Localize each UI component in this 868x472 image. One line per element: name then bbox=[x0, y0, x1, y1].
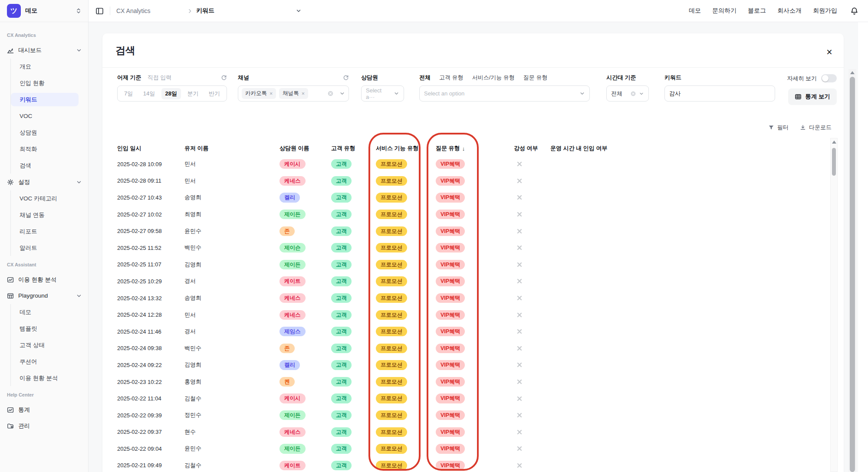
breadcrumb: CX Analytics 키워드 bbox=[116, 7, 302, 15]
stats-view-button[interactable]: 통계 보기 bbox=[788, 88, 837, 105]
table-scrollbar[interactable] bbox=[830, 138, 838, 472]
column-header[interactable]: 서비스 기능 유형 bbox=[376, 144, 436, 152]
column-header[interactable]: 강성 여부 bbox=[514, 144, 550, 152]
sidebar-item-설정[interactable]: 설정 bbox=[7, 174, 84, 190]
table-row[interactable]: 2025-02-27 10:02최영희제이든고객프로모션VIP혜택 bbox=[117, 206, 659, 223]
category-tab-고객 유형[interactable]: 고객 유형 bbox=[439, 74, 464, 82]
column-header[interactable]: 인입 일시 bbox=[117, 144, 184, 152]
detail-toggle[interactable] bbox=[821, 74, 837, 82]
category-tab-서비스/기능 유형[interactable]: 서비스/기능 유형 bbox=[472, 74, 515, 82]
topbar-link-데모[interactable]: 데모 bbox=[689, 7, 701, 15]
table-row[interactable]: 2025-02-22 09:39정민수제이든고객프로모션VIP혜택 bbox=[117, 407, 659, 424]
date-range-option[interactable]: 14일 bbox=[139, 88, 159, 99]
table-row[interactable]: 2025-02-21 09:49김철수케이트고객프로모션VIP혜택 bbox=[117, 457, 659, 472]
bell-icon[interactable] bbox=[850, 7, 858, 15]
table-row[interactable]: 2025-02-24 11:46경서제임스고객프로모션VIP혜택 bbox=[117, 323, 659, 340]
topbar-link-문의하기[interactable]: 문의하기 bbox=[712, 7, 736, 15]
sidebar-item-VOC[interactable]: VOC bbox=[11, 108, 82, 124]
sidebar-item-쿠션어[interactable]: 쿠션어 bbox=[11, 354, 82, 370]
table-row[interactable]: 2025-02-24 09:38백민수존고객프로모션VIP혜택 bbox=[117, 340, 659, 357]
topbar-link-블로그[interactable]: 블로그 bbox=[748, 7, 766, 15]
sidebar-item-키워드[interactable]: 키워드 bbox=[11, 93, 79, 106]
remove-tag-icon[interactable]: × bbox=[270, 91, 273, 97]
remove-tag-icon[interactable]: × bbox=[302, 91, 305, 97]
scrollbar-thumb[interactable] bbox=[850, 77, 855, 472]
cell-datetime: 2025-02-27 10:43 bbox=[117, 194, 184, 201]
close-icon[interactable]: × bbox=[823, 46, 836, 59]
sidebar-item-최적화[interactable]: 최적화 bbox=[11, 141, 82, 157]
table-row[interactable]: 2025-02-25 10:29경서케이트고객프로모션VIP혜택 bbox=[117, 273, 659, 290]
download-button[interactable]: 다운로드 bbox=[800, 124, 832, 131]
sidebar-item-VOC 카테고리[interactable]: VOC 카테고리 bbox=[11, 190, 82, 206]
sidebar-item-Playground[interactable]: Playground bbox=[7, 288, 84, 304]
table-row[interactable]: 2025-02-28 09:11민서케네스고객프로모션VIP혜택 bbox=[117, 173, 659, 190]
badge: 케네스 bbox=[279, 427, 306, 437]
column-header[interactable]: 고객 유형 bbox=[331, 144, 376, 152]
agent-select[interactable]: Select a··· bbox=[361, 85, 404, 102]
badge: VIP혜택 bbox=[436, 461, 465, 470]
sidebar-item-고객 상태[interactable]: 고객 상태 bbox=[11, 337, 82, 353]
clear-circle-icon[interactable] bbox=[630, 91, 636, 97]
sidebar-toggle-icon[interactable] bbox=[95, 7, 104, 15]
sidebar-item-리포트[interactable]: 리포트 bbox=[11, 223, 82, 239]
updown-chevron-icon[interactable] bbox=[75, 7, 82, 14]
timezone-select[interactable]: 전체 bbox=[606, 85, 649, 102]
table-row[interactable]: 2025-02-24 13:32송영희케네스고객프로모션VIP혜택 bbox=[117, 290, 659, 307]
page-scrollbar[interactable] bbox=[848, 69, 856, 472]
topbar-link-회원가입[interactable]: 회원가입 bbox=[813, 7, 837, 15]
column-header[interactable]: 상담원 이름 bbox=[279, 144, 331, 152]
refresh-icon[interactable] bbox=[343, 75, 349, 81]
chevron-down-icon[interactable] bbox=[339, 91, 345, 96]
table-row[interactable]: 2025-02-28 10:09민서케이시고객프로모션VIP혜택 bbox=[117, 156, 659, 173]
table-row[interactable]: 2025-02-22 11:04김철수케이시고객프로모션VIP혜택 bbox=[117, 390, 659, 407]
sidebar-item-이용 현황 분석[interactable]: 이용 현황 분석 bbox=[11, 370, 82, 386]
table-row[interactable]: 2025-02-24 12:28민서케네스고객프로모션VIP혜택 bbox=[117, 306, 659, 323]
table-row[interactable]: 2025-02-27 09:58윤민수존고객프로모션VIP혜택 bbox=[117, 223, 659, 239]
scroll-up-arrow-icon[interactable] bbox=[850, 71, 855, 74]
sidebar-item-채널 연동[interactable]: 채널 연동 bbox=[11, 207, 82, 223]
date-range-option[interactable]: 반기 bbox=[205, 88, 224, 99]
date-range-option[interactable]: 7일 bbox=[120, 88, 137, 99]
scrollbar-thumb[interactable] bbox=[832, 148, 836, 176]
date-range-option[interactable]: 분기 bbox=[184, 88, 203, 99]
sidebar-item-대시보드[interactable]: 대시보드 bbox=[7, 42, 84, 58]
sidebar-item-관리[interactable]: 관리 bbox=[7, 418, 84, 434]
sidebar-item-알러트[interactable]: 알러트 bbox=[11, 240, 82, 256]
breadcrumb-current[interactable]: 키워드 bbox=[196, 7, 291, 15]
category-tab-질문 유형[interactable]: 질문 유형 bbox=[523, 74, 548, 82]
category-select[interactable]: Select an option bbox=[419, 85, 590, 102]
table-row[interactable]: 2025-02-25 11:07김영희제이든고객프로모션VIP혜택 bbox=[117, 256, 659, 273]
date-mode-custom[interactable]: 직접 입력 bbox=[148, 74, 172, 82]
refresh-icon[interactable] bbox=[221, 75, 227, 81]
table-row[interactable]: 2025-02-22 09:04윤민수제이든고객프로모션VIP혜택 bbox=[117, 440, 659, 457]
filter-button[interactable]: 필터 bbox=[768, 124, 789, 131]
topbar-link-회사소개[interactable]: 회사소개 bbox=[777, 7, 802, 15]
sidebar-item-이용 현황 분석[interactable]: 이용 현황 분석 bbox=[7, 272, 84, 288]
date-mode-selected[interactable]: 어제 기준 bbox=[117, 74, 141, 82]
column-header[interactable]: 질문 유형↓ bbox=[436, 144, 514, 152]
column-header[interactable]: 운영 시간 내 인입 여부 bbox=[550, 144, 659, 152]
workspace-switcher[interactable]: ツ 데모 bbox=[0, 0, 88, 22]
sidebar-item-템플릿[interactable]: 템플릿 bbox=[11, 321, 82, 337]
sidebar-item-검색[interactable]: 검색 bbox=[11, 157, 82, 174]
sidebar-item-데모[interactable]: 데모 bbox=[11, 304, 82, 320]
breadcrumb-root[interactable]: CX Analytics bbox=[116, 7, 184, 14]
sidebar-item-개요[interactable]: 개요 bbox=[11, 59, 82, 75]
channel-multiselect[interactable]: 카카오톡×채널톡× bbox=[238, 85, 349, 102]
clear-circle-icon[interactable] bbox=[327, 90, 334, 97]
category-tab-전체[interactable]: 전체 bbox=[419, 74, 431, 82]
table-row[interactable]: 2025-02-25 11:52백민수제이슨고객프로모션VIP혜택 bbox=[117, 239, 659, 256]
table-row[interactable]: 2025-02-23 10:22홍영희켄고객프로모션VIP혜택 bbox=[117, 374, 659, 390]
topbar-nav: 데모문의하기블로그회사소개회원가입 bbox=[689, 7, 858, 15]
date-range-option[interactable]: 28일 bbox=[161, 88, 181, 99]
chevron-down-icon[interactable] bbox=[296, 8, 302, 14]
sidebar-item-인입 현황[interactable]: 인입 현황 bbox=[11, 75, 82, 91]
table-row[interactable]: 2025-02-24 09:22김영희켈리고객프로모션VIP혜택 bbox=[117, 357, 659, 374]
table-row[interactable]: 2025-02-22 09:37현수케네스고객프로모션VIP혜택 bbox=[117, 424, 659, 441]
keyword-input[interactable] bbox=[669, 90, 770, 97]
column-header[interactable]: 유저 이름 bbox=[184, 144, 279, 152]
table-row[interactable]: 2025-02-27 10:43송영희켈리고객프로모션VIP혜택 bbox=[117, 189, 659, 206]
sidebar-item-상담원[interactable]: 상담원 bbox=[11, 125, 82, 141]
scroll-up-arrow-icon[interactable] bbox=[832, 141, 836, 144]
sidebar-item-통계[interactable]: 통계 bbox=[7, 402, 84, 418]
